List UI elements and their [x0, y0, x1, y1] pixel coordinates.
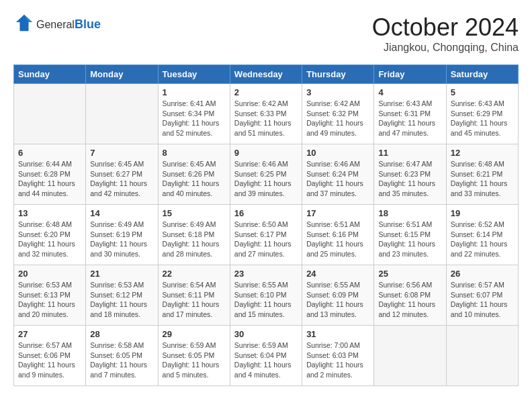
- day-cell: 24Sunrise: 6:55 AM Sunset: 6:09 PM Dayli…: [302, 265, 374, 326]
- day-info: Sunrise: 6:46 AM Sunset: 6:24 PM Dayligh…: [306, 159, 369, 199]
- logo-general-text: General: [36, 19, 75, 31]
- day-cell: 14Sunrise: 6:49 AM Sunset: 6:19 PM Dayli…: [86, 205, 158, 265]
- day-cell: 7Sunrise: 6:45 AM Sunset: 6:27 PM Daylig…: [86, 144, 158, 205]
- day-cell: 18Sunrise: 6:51 AM Sunset: 6:15 PM Dayli…: [374, 205, 446, 265]
- day-number: 31: [306, 329, 369, 339]
- day-cell: 17Sunrise: 6:51 AM Sunset: 6:16 PM Dayli…: [302, 205, 374, 265]
- day-number: 14: [90, 208, 153, 218]
- day-cell: 26Sunrise: 6:57 AM Sunset: 6:07 PM Dayli…: [446, 265, 518, 326]
- calendar-table: SundayMondayTuesdayWednesdayThursdayFrid…: [13, 64, 519, 386]
- day-cell: 27Sunrise: 6:57 AM Sunset: 6:06 PM Dayli…: [14, 326, 86, 386]
- day-info: Sunrise: 6:57 AM Sunset: 6:07 PM Dayligh…: [451, 280, 514, 320]
- day-cell: 23Sunrise: 6:55 AM Sunset: 6:10 PM Dayli…: [230, 265, 302, 326]
- day-header-thursday: Thursday: [302, 65, 374, 84]
- logo: General Blue: [13, 13, 101, 35]
- days-header-row: SundayMondayTuesdayWednesdayThursdayFrid…: [14, 65, 519, 84]
- day-number: 5: [451, 87, 514, 97]
- day-info: Sunrise: 6:58 AM Sunset: 6:05 PM Dayligh…: [90, 340, 153, 380]
- day-cell: 13Sunrise: 6:48 AM Sunset: 6:20 PM Dayli…: [14, 205, 86, 265]
- day-number: 7: [90, 148, 153, 158]
- day-cell: 30Sunrise: 6:59 AM Sunset: 6:04 PM Dayli…: [230, 326, 302, 386]
- day-cell: 16Sunrise: 6:50 AM Sunset: 6:17 PM Dayli…: [230, 205, 302, 265]
- calendar-week-row: 6Sunrise: 6:44 AM Sunset: 6:28 PM Daylig…: [14, 144, 519, 205]
- day-info: Sunrise: 6:43 AM Sunset: 6:31 PM Dayligh…: [378, 99, 441, 138]
- day-header-friday: Friday: [374, 65, 446, 84]
- empty-cell: [446, 326, 518, 386]
- day-cell: 5Sunrise: 6:43 AM Sunset: 6:29 PM Daylig…: [446, 84, 518, 144]
- day-info: Sunrise: 6:48 AM Sunset: 6:20 PM Dayligh…: [18, 220, 81, 259]
- logo-icon: [15, 13, 34, 32]
- day-info: Sunrise: 6:42 AM Sunset: 6:33 PM Dayligh…: [234, 99, 298, 138]
- day-cell: 4Sunrise: 6:43 AM Sunset: 6:31 PM Daylig…: [374, 84, 446, 144]
- day-number: 12: [451, 148, 514, 158]
- svg-marker-0: [16, 15, 32, 31]
- day-cell: 29Sunrise: 6:59 AM Sunset: 6:05 PM Dayli…: [158, 326, 230, 386]
- day-number: 15: [163, 208, 226, 218]
- day-header-tuesday: Tuesday: [158, 65, 230, 84]
- day-cell: 9Sunrise: 6:46 AM Sunset: 6:25 PM Daylig…: [230, 144, 302, 205]
- day-info: Sunrise: 6:43 AM Sunset: 6:29 PM Dayligh…: [451, 99, 514, 138]
- day-number: 23: [234, 269, 298, 279]
- day-cell: 12Sunrise: 6:48 AM Sunset: 6:21 PM Dayli…: [446, 144, 518, 205]
- day-info: Sunrise: 6:42 AM Sunset: 6:32 PM Dayligh…: [306, 99, 369, 138]
- day-number: 18: [378, 208, 441, 218]
- day-info: Sunrise: 6:56 AM Sunset: 6:08 PM Dayligh…: [378, 280, 441, 320]
- day-cell: 28Sunrise: 6:58 AM Sunset: 6:05 PM Dayli…: [86, 326, 158, 386]
- day-number: 30: [234, 329, 298, 339]
- day-number: 4: [378, 87, 441, 97]
- day-info: Sunrise: 6:51 AM Sunset: 6:15 PM Dayligh…: [378, 220, 441, 259]
- empty-cell: [374, 326, 446, 386]
- day-info: Sunrise: 6:54 AM Sunset: 6:11 PM Dayligh…: [163, 280, 226, 320]
- day-number: 28: [90, 329, 153, 339]
- day-info: Sunrise: 7:00 AM Sunset: 6:03 PM Dayligh…: [306, 340, 369, 380]
- day-info: Sunrise: 6:59 AM Sunset: 6:05 PM Dayligh…: [163, 340, 226, 380]
- empty-cell: [14, 84, 86, 144]
- day-number: 10: [306, 148, 369, 158]
- day-cell: 11Sunrise: 6:47 AM Sunset: 6:23 PM Dayli…: [374, 144, 446, 205]
- day-cell: 2Sunrise: 6:42 AM Sunset: 6:33 PM Daylig…: [230, 84, 302, 144]
- day-info: Sunrise: 6:50 AM Sunset: 6:17 PM Dayligh…: [234, 220, 298, 259]
- day-header-monday: Monday: [86, 65, 158, 84]
- day-number: 29: [163, 329, 226, 339]
- empty-cell: [86, 84, 158, 144]
- day-number: 22: [163, 269, 226, 279]
- logo-blue-text: Blue: [75, 17, 101, 32]
- day-info: Sunrise: 6:52 AM Sunset: 6:14 PM Dayligh…: [451, 220, 514, 259]
- day-number: 24: [306, 269, 369, 279]
- day-info: Sunrise: 6:41 AM Sunset: 6:34 PM Dayligh…: [163, 99, 226, 138]
- month-title: October 2024: [372, 13, 519, 42]
- calendar-week-row: 13Sunrise: 6:48 AM Sunset: 6:20 PM Dayli…: [14, 205, 519, 265]
- day-info: Sunrise: 6:49 AM Sunset: 6:18 PM Dayligh…: [163, 220, 226, 259]
- page-header: General Blue October 2024 Jiangkou, Chon…: [13, 13, 519, 54]
- day-number: 13: [18, 208, 81, 218]
- day-cell: 15Sunrise: 6:49 AM Sunset: 6:18 PM Dayli…: [158, 205, 230, 265]
- day-cell: 1Sunrise: 6:41 AM Sunset: 6:34 PM Daylig…: [158, 84, 230, 144]
- day-number: 25: [378, 269, 441, 279]
- day-cell: 19Sunrise: 6:52 AM Sunset: 6:14 PM Dayli…: [446, 205, 518, 265]
- day-cell: 8Sunrise: 6:45 AM Sunset: 6:26 PM Daylig…: [158, 144, 230, 205]
- day-info: Sunrise: 6:55 AM Sunset: 6:09 PM Dayligh…: [306, 280, 369, 320]
- day-info: Sunrise: 6:44 AM Sunset: 6:28 PM Dayligh…: [18, 159, 81, 199]
- day-number: 2: [234, 87, 298, 97]
- day-header-sunday: Sunday: [14, 65, 86, 84]
- day-info: Sunrise: 6:48 AM Sunset: 6:21 PM Dayligh…: [451, 159, 514, 199]
- day-info: Sunrise: 6:53 AM Sunset: 6:13 PM Dayligh…: [18, 280, 81, 320]
- day-cell: 3Sunrise: 6:42 AM Sunset: 6:32 PM Daylig…: [302, 84, 374, 144]
- day-number: 3: [306, 87, 369, 97]
- day-info: Sunrise: 6:51 AM Sunset: 6:16 PM Dayligh…: [306, 220, 369, 259]
- day-number: 26: [451, 269, 514, 279]
- day-header-saturday: Saturday: [446, 65, 518, 84]
- title-block: October 2024 Jiangkou, Chongqing, China: [372, 13, 519, 54]
- day-number: 27: [18, 329, 81, 339]
- day-info: Sunrise: 6:45 AM Sunset: 6:26 PM Dayligh…: [163, 159, 226, 199]
- day-info: Sunrise: 6:49 AM Sunset: 6:19 PM Dayligh…: [90, 220, 153, 259]
- day-cell: 31Sunrise: 7:00 AM Sunset: 6:03 PM Dayli…: [302, 326, 374, 386]
- day-number: 1: [163, 87, 226, 97]
- day-info: Sunrise: 6:45 AM Sunset: 6:27 PM Dayligh…: [90, 159, 153, 199]
- day-cell: 22Sunrise: 6:54 AM Sunset: 6:11 PM Dayli…: [158, 265, 230, 326]
- day-info: Sunrise: 6:46 AM Sunset: 6:25 PM Dayligh…: [234, 159, 298, 199]
- day-header-wednesday: Wednesday: [230, 65, 302, 84]
- day-info: Sunrise: 6:47 AM Sunset: 6:23 PM Dayligh…: [378, 159, 441, 199]
- day-number: 11: [378, 148, 441, 158]
- day-number: 21: [90, 269, 153, 279]
